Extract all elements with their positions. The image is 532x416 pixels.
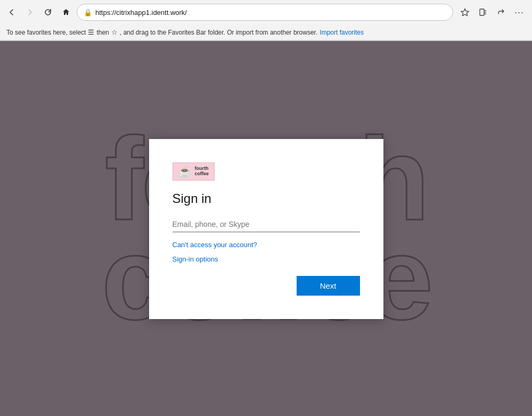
svg-rect-1 [480, 9, 484, 15]
next-button[interactable]: Next [297, 276, 360, 296]
page-background: fourth coffee ☕ fourth coffee Sign in Ca… [0, 41, 532, 416]
star-icon: ☆ [111, 28, 118, 36]
security-icon: 🔒 [84, 9, 92, 17]
modal-footer: Next [173, 276, 360, 296]
address-bar-container[interactable]: 🔒 [77, 4, 453, 21]
signin-modal: ☕ fourth coffee Sign in Can't access you… [149, 139, 383, 319]
favorites-then-text: then [96, 29, 109, 36]
favorites-instruction-text: To see favorites here, select [6, 29, 86, 36]
logo-area: ☕ fourth coffee [173, 162, 360, 181]
logo-text-line2: coffee [195, 172, 209, 177]
refresh-button[interactable] [40, 5, 55, 20]
home-button[interactable] [59, 5, 73, 20]
email-input-container [173, 217, 360, 232]
browser-chrome: 🔒 [0, 0, 532, 41]
share-button[interactable] [493, 4, 510, 21]
import-favorites-link[interactable]: Import favorites [320, 29, 364, 36]
menu-icon: ☰ [88, 28, 94, 36]
coffee-cup-icon: ☕ [178, 165, 192, 178]
forward-button[interactable] [22, 5, 37, 20]
more-button[interactable]: ··· [511, 4, 528, 21]
reading-list-button[interactable] [474, 4, 492, 21]
signin-options-link[interactable]: Sign-in options [173, 255, 360, 263]
favorites-star-button[interactable] [456, 4, 473, 21]
address-input[interactable] [95, 9, 446, 17]
email-input[interactable] [173, 217, 360, 232]
favorites-drag-text: , and drag to the Favorites Bar folder. … [120, 29, 318, 36]
signin-title: Sign in [173, 191, 360, 206]
back-button[interactable] [4, 5, 19, 20]
favorites-bar: To see favorites here, select ☰ then ☆ ,… [0, 25, 532, 40]
cant-access-link[interactable]: Can't access your account? [173, 241, 360, 249]
svg-marker-0 [461, 9, 469, 16]
